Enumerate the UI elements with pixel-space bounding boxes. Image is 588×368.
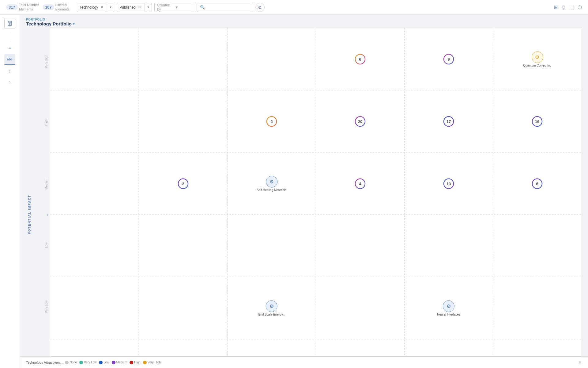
legend-label-none: None bbox=[70, 361, 77, 364]
filter-settings-button[interactable]: ⚙ bbox=[255, 3, 265, 12]
legend-dot-medium bbox=[112, 361, 115, 364]
filtered-elements-stat: 107 FilteredElements bbox=[43, 3, 70, 11]
circle-view-icon[interactable]: ◎ bbox=[561, 4, 566, 10]
bubble-4[interactable]: 20 bbox=[354, 116, 366, 127]
published-filter[interactable]: Published ✕ ▼ bbox=[117, 3, 152, 12]
bubble-ring-1: 9 bbox=[443, 53, 454, 65]
sidebar-chart-view[interactable]: ↕ bbox=[4, 66, 15, 77]
created-by-filter[interactable]: Created by ▼ bbox=[154, 3, 194, 12]
sidebar-abc-view[interactable]: abc bbox=[4, 54, 15, 65]
legend-dot-low bbox=[99, 361, 103, 364]
bubble-label-13: Neural Interfaces bbox=[437, 312, 460, 316]
left-panel: ≡ abc ↕ ⌇ bbox=[0, 15, 20, 368]
stats-group: 317 Total NumberElements 107 FilteredEle… bbox=[6, 3, 70, 11]
top-bar-right: ⊞ ◎ ⬚ ⬡ bbox=[554, 4, 582, 10]
svg-text:17: 17 bbox=[447, 119, 451, 124]
y-axis-ticks: Very High High Medium Low Very Low None bbox=[33, 28, 50, 368]
filtered-elements-label: FilteredElements bbox=[55, 3, 70, 11]
bubble-1[interactable]: 9 bbox=[443, 53, 454, 65]
portfolio-save-button[interactable] bbox=[4, 18, 15, 29]
expand-chevron[interactable]: › bbox=[47, 212, 48, 217]
legend-dot-very-high bbox=[143, 361, 147, 364]
bottom-legend: Technology Attractiven... None Very Low … bbox=[20, 356, 588, 368]
bubble-0[interactable]: 6 bbox=[354, 53, 366, 65]
bubble-icon-8: ⚙ bbox=[266, 176, 277, 187]
matrix-grid: › 6 bbox=[50, 28, 582, 368]
technology-filter-arrow[interactable]: ▼ bbox=[107, 3, 114, 12]
top-bar: 317 Total NumberElements 107 FilteredEle… bbox=[0, 0, 588, 15]
svg-text:13: 13 bbox=[447, 182, 451, 186]
bubble-ring-3: 2 bbox=[266, 116, 277, 127]
legend-low: Low bbox=[99, 361, 109, 364]
total-elements-stat: 317 Total NumberElements bbox=[6, 3, 39, 11]
bubble-6[interactable]: 16 bbox=[531, 116, 543, 127]
bubble-11[interactable]: 6 bbox=[531, 178, 543, 190]
y-tick-very-high: Very High bbox=[45, 31, 48, 92]
legend-close-button[interactable]: ✕ bbox=[578, 360, 582, 365]
legend-label-low: Low bbox=[104, 361, 109, 364]
portfolio-dropdown-chevron[interactable]: ▾ bbox=[73, 22, 75, 26]
svg-text:6: 6 bbox=[536, 182, 538, 186]
technology-filter-remove[interactable]: ✕ bbox=[99, 5, 104, 9]
bubble-5[interactable]: 17 bbox=[443, 116, 454, 127]
legend-dot-none bbox=[65, 361, 69, 364]
published-filter-content: Published ✕ bbox=[117, 5, 145, 10]
bubble-label-8: Self Healing Materials bbox=[257, 188, 286, 191]
legend-dot-high bbox=[130, 361, 133, 364]
svg-text:2: 2 bbox=[182, 182, 184, 186]
technology-filter-content: Technology ✕ bbox=[77, 5, 107, 10]
bubbles-layer: 6 9 ⚙Quantum Computing bbox=[50, 28, 582, 368]
bubble-icon-12: ⚙ bbox=[266, 300, 277, 312]
y-tick-low: Low bbox=[45, 215, 48, 276]
svg-text:6: 6 bbox=[359, 57, 361, 62]
share-icon[interactable]: ⬡ bbox=[578, 4, 582, 10]
portfolio-header-area: PORTFOLIO Technology Portfolio ▾ bbox=[20, 15, 588, 28]
svg-text:20: 20 bbox=[358, 119, 362, 124]
sidebar-list-view[interactable]: ≡ bbox=[4, 42, 15, 53]
published-filter-arrow[interactable]: ▼ bbox=[145, 3, 152, 12]
y-tick-very-low: Very Low bbox=[45, 276, 48, 337]
sidebar-area-view[interactable]: ⌇ bbox=[4, 77, 15, 88]
bubble-10[interactable]: 13 bbox=[443, 178, 454, 190]
total-elements-label: Total NumberElements bbox=[19, 3, 39, 11]
bubble-ring-10: 13 bbox=[443, 178, 454, 190]
bubble-13[interactable]: ⚙Neural Interfaces bbox=[437, 300, 460, 316]
bubble-7[interactable]: 2 bbox=[177, 178, 189, 190]
bubble-2[interactable]: ⚙Quantum Computing bbox=[523, 51, 551, 67]
search-box[interactable]: 🔍 bbox=[197, 3, 253, 12]
published-filter-remove[interactable]: ✕ bbox=[137, 5, 142, 9]
bubble-label-12: Grid Scale Energy... bbox=[258, 312, 285, 316]
created-by-arrow: ▼ bbox=[175, 5, 191, 10]
svg-text:16: 16 bbox=[535, 119, 539, 124]
area-icon: ⌇ bbox=[9, 80, 11, 85]
list-icon: ≡ bbox=[9, 45, 11, 50]
table-view-icon[interactable]: ⬚ bbox=[569, 4, 574, 10]
right-content: PORTFOLIO Technology Portfolio ▾ POTENTI… bbox=[20, 15, 588, 368]
grid-view-icon[interactable]: ⊞ bbox=[554, 4, 558, 10]
matrix-outer: POTENTIAL IMPACT Very High High Medium L… bbox=[26, 28, 582, 368]
abc-icon: abc bbox=[7, 57, 13, 61]
portfolio-label: PORTFOLIO bbox=[26, 18, 582, 21]
svg-point-2 bbox=[9, 23, 10, 25]
bubble-9[interactable]: 4 bbox=[354, 178, 366, 190]
bubble-ring-7: 2 bbox=[177, 178, 189, 190]
y-tick-high: High bbox=[45, 92, 48, 153]
bubble-12[interactable]: ⚙Grid Scale Energy... bbox=[258, 300, 285, 316]
legend-medium: Medium bbox=[112, 361, 127, 364]
svg-text:4: 4 bbox=[359, 182, 361, 186]
bubble-ring-5: 17 bbox=[443, 116, 454, 127]
bubble-3[interactable]: 2 bbox=[266, 116, 277, 127]
search-input[interactable] bbox=[207, 5, 250, 10]
legend-label-very-low: Very Low bbox=[84, 361, 96, 364]
created-by-placeholder: Created by bbox=[157, 3, 174, 12]
legend-very-low: Very Low bbox=[79, 361, 96, 364]
legend-label-medium: Medium bbox=[116, 361, 127, 364]
bubble-ring-6: 16 bbox=[531, 116, 543, 127]
bubble-8[interactable]: ⚙Self Healing Materials bbox=[257, 176, 286, 191]
y-tick-medium: Medium bbox=[45, 153, 48, 215]
filtered-elements-count: 107 bbox=[43, 4, 54, 10]
technology-filter[interactable]: Technology ✕ ▼ bbox=[77, 3, 115, 12]
legend-very-high: Very High bbox=[143, 361, 161, 364]
y-axis-label: POTENTIAL IMPACT bbox=[26, 28, 33, 368]
legend-high: High bbox=[130, 361, 141, 364]
